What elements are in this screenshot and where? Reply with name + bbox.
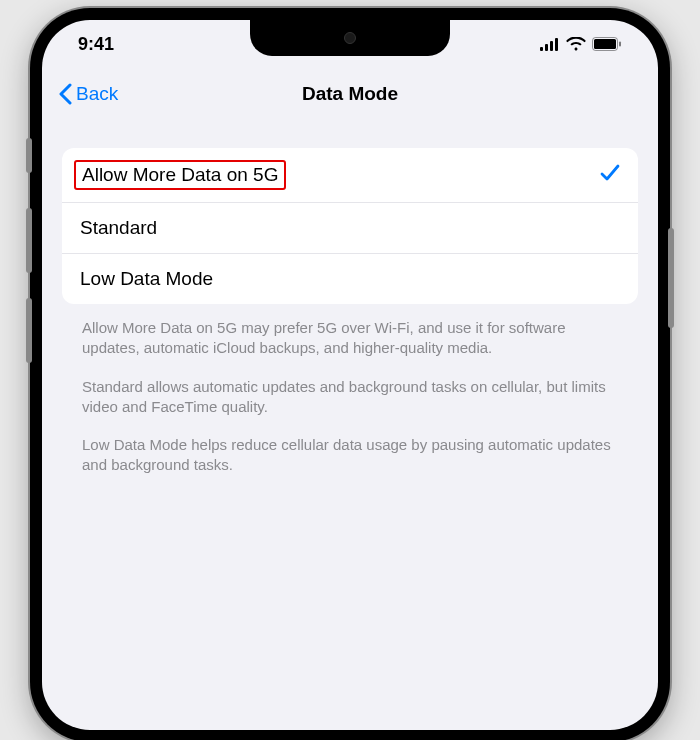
svg-rect-5 [594,39,616,49]
option-allow-more-data-5g[interactable]: Allow More Data on 5G [62,148,638,202]
volume-down-button [26,298,32,363]
volume-up-button [26,208,32,273]
svg-rect-2 [550,41,553,51]
camera-icon [344,32,356,44]
power-button [668,228,674,328]
nav-bar: Back Data Mode [42,68,658,120]
content-area: Allow More Data on 5G Standard Low Data … [42,120,658,476]
screen: 9:41 Back Data Mode [42,20,658,730]
option-label: Allow More Data on 5G [74,160,286,190]
back-label: Back [76,83,118,105]
checkmark-icon [600,162,620,188]
option-label: Standard [80,217,157,239]
status-time: 9:41 [78,34,114,55]
footer-p3: Low Data Mode helps reduce cellular data… [82,435,618,476]
option-standard[interactable]: Standard [62,202,638,253]
page-title: Data Mode [302,83,398,105]
wifi-icon [566,37,586,51]
back-button[interactable]: Back [58,83,118,105]
footer-p1: Allow More Data on 5G may prefer 5G over… [82,318,618,359]
notch [250,20,450,56]
footer-p2: Standard allows automatic updates and ba… [82,377,618,418]
chevron-left-icon [58,83,72,105]
cellular-signal-icon [540,38,560,51]
status-indicators [540,37,622,51]
phone-frame: 9:41 Back Data Mode [30,8,670,740]
svg-rect-3 [555,38,558,51]
footer-description: Allow More Data on 5G may prefer 5G over… [62,304,638,476]
option-low-data-mode[interactable]: Low Data Mode [62,253,638,304]
battery-icon [592,37,622,51]
svg-rect-6 [619,42,621,47]
mute-switch [26,138,32,173]
options-list: Allow More Data on 5G Standard Low Data … [62,148,638,304]
option-label: Low Data Mode [80,268,213,290]
svg-rect-1 [545,44,548,51]
svg-rect-0 [540,47,543,51]
